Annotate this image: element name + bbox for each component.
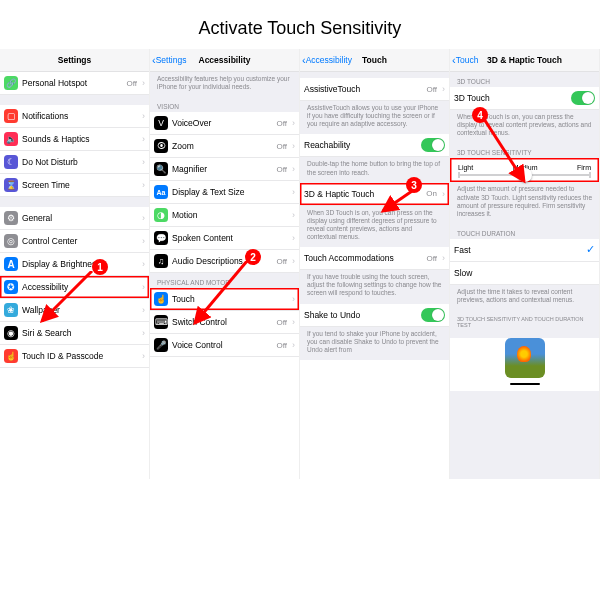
row-3d-haptic[interactable]: 3D & Haptic TouchOn› [300, 183, 449, 206]
fingerprint-icon: ☝ [4, 349, 18, 363]
row-accommodations[interactable]: Touch AccommodationsOff› [300, 247, 449, 270]
arrow-1 [40, 271, 100, 331]
back-button[interactable]: ‹Settings [152, 54, 186, 66]
pane-touch: ‹AccessibilityTouch AssistiveTouchOff› A… [300, 49, 450, 479]
chevron-right-icon: › [442, 253, 445, 263]
page-title: Activate Touch Sensitivity [0, 0, 600, 49]
chevron-right-icon: › [292, 294, 295, 304]
chevron-right-icon: › [142, 236, 145, 246]
moon-icon: ☾ [4, 155, 18, 169]
3d-haptic-desc: When 3D Touch is on, you can press on th… [300, 206, 449, 248]
pane-accessibility: ‹SettingsAccessibility Accessibility fea… [150, 49, 300, 479]
letter-a-icon: A [4, 257, 18, 271]
touch-icon: ☝ [154, 292, 168, 306]
arrow-2 [192, 261, 257, 331]
chevron-right-icon: › [292, 141, 295, 151]
accessibility-desc: Accessibility features help you customiz… [150, 72, 299, 97]
row-screentime[interactable]: ⌛Screen Time› [0, 174, 149, 197]
reachability-desc: Double-tap the home button to bring the … [300, 157, 449, 182]
duration-desc: Adjust the time it takes to reveal conte… [450, 285, 599, 310]
back-button[interactable]: ‹Accessibility [302, 54, 352, 66]
zoom-icon: ⦿ [154, 139, 168, 153]
toggle-3d-touch[interactable] [571, 91, 595, 105]
row-sounds[interactable]: 🔈Sounds & Haptics› [0, 128, 149, 151]
chevron-right-icon: › [292, 164, 295, 174]
header-settings: Settings [0, 49, 149, 72]
chevron-right-icon: › [142, 328, 145, 338]
section-3d: 3D TOUCH [450, 72, 599, 87]
chevron-right-icon: › [292, 340, 295, 350]
section-vision: VISION [150, 97, 299, 112]
shake-desc: If you tend to shake your iPhone by acci… [300, 327, 449, 360]
row-assistivetouch[interactable]: AssistiveTouchOff› [300, 78, 449, 101]
row-hotspot[interactable]: 🔗Personal HotspotOff› [0, 72, 149, 95]
chevron-right-icon: › [142, 111, 145, 121]
chevron-right-icon: › [442, 189, 445, 199]
row-motion[interactable]: ◑Motion› [150, 204, 299, 227]
chevron-right-icon: › [142, 305, 145, 315]
chevron-right-icon: › [142, 157, 145, 167]
header-touch: ‹AccessibilityTouch [300, 49, 449, 72]
arrow-3 [380, 189, 420, 219]
row-fast[interactable]: Fast✓ [450, 239, 599, 262]
row-general[interactable]: ⚙General› [0, 207, 149, 230]
section-duration: TOUCH DURATION [450, 224, 599, 239]
chevron-right-icon: › [142, 180, 145, 190]
row-control-center[interactable]: ◎Control Center› [0, 230, 149, 253]
audio-icon: ♫ [154, 254, 168, 268]
accommodations-desc: If you have trouble using the touch scre… [300, 270, 449, 303]
pane-settings: Settings 🔗Personal HotspotOff› ▢Notifica… [0, 49, 150, 479]
annotation-3: 3 [406, 177, 422, 193]
row-notifications[interactable]: ▢Notifications› [0, 105, 149, 128]
gear-icon: ⚙ [4, 211, 18, 225]
text-size-icon: Aa [154, 185, 168, 199]
chain-icon: 🔗 [4, 76, 18, 90]
switch-icon: ⌨ [154, 315, 168, 329]
row-shake-undo[interactable]: Shake to Undo [300, 304, 449, 327]
speaker-icon: 🔈 [4, 132, 18, 146]
chevron-right-icon: › [142, 134, 145, 144]
row-voice-control[interactable]: 🎤Voice ControlOff› [150, 334, 299, 357]
row-magnifier[interactable]: 🔍MagnifierOff› [150, 158, 299, 181]
section-test: 3D TOUCH SENSITIVITY AND TOUCH DURATION … [450, 310, 599, 330]
row-voiceover[interactable]: VVoiceOverOff› [150, 112, 299, 135]
row-zoom[interactable]: ⦿ZoomOff› [150, 135, 299, 158]
accessibility-icon: ✪ [4, 280, 18, 294]
row-reachability[interactable]: Reachability [300, 134, 449, 157]
toggle-reachability[interactable] [421, 138, 445, 152]
annotation-4: 4 [472, 107, 488, 123]
chevron-right-icon: › [142, 213, 145, 223]
row-display-text[interactable]: AaDisplay & Text Size› [150, 181, 299, 204]
annotation-1: 1 [92, 259, 108, 275]
speech-icon: 💬 [154, 231, 168, 245]
row-spoken[interactable]: 💬Spoken Content› [150, 227, 299, 250]
assistivetouch-desc: AssistiveTouch allows you to use your iP… [300, 101, 449, 134]
toggle-shake[interactable] [421, 308, 445, 322]
pane-3d-touch: ‹Touch3D & Haptic Touch 3D TOUCH 3D Touc… [450, 49, 600, 479]
test-image[interactable] [505, 338, 545, 378]
home-indicator [510, 383, 540, 385]
chevron-right-icon: › [142, 259, 145, 269]
chevron-right-icon: › [292, 210, 295, 220]
slider-firm-label: Firm [577, 164, 591, 171]
checkmark-icon: ✓ [586, 243, 595, 256]
header-3d: ‹Touch3D & Haptic Touch [450, 49, 599, 72]
row-slow[interactable]: Slow [450, 262, 599, 285]
annotation-2: 2 [245, 249, 261, 265]
siri-icon: ◉ [4, 326, 18, 340]
chevron-right-icon: › [142, 282, 145, 292]
slider-light-label: Light [458, 164, 473, 171]
voiceover-icon: V [154, 116, 168, 130]
hourglass-icon: ⌛ [4, 178, 18, 192]
bell-icon: ▢ [4, 109, 18, 123]
header-accessibility: ‹SettingsAccessibility [150, 49, 299, 72]
row-dnd[interactable]: ☾Do Not Disturb› [0, 151, 149, 174]
chevron-right-icon: › [292, 256, 295, 266]
back-button[interactable]: ‹Touch [452, 54, 478, 66]
row-touchid[interactable]: ☝Touch ID & Passcode› [0, 345, 149, 368]
chevron-right-icon: › [292, 118, 295, 128]
panes-container: Settings 🔗Personal HotspotOff› ▢Notifica… [0, 49, 600, 479]
chevron-right-icon: › [142, 78, 145, 88]
toggles-icon: ◎ [4, 234, 18, 248]
motion-icon: ◑ [154, 208, 168, 222]
